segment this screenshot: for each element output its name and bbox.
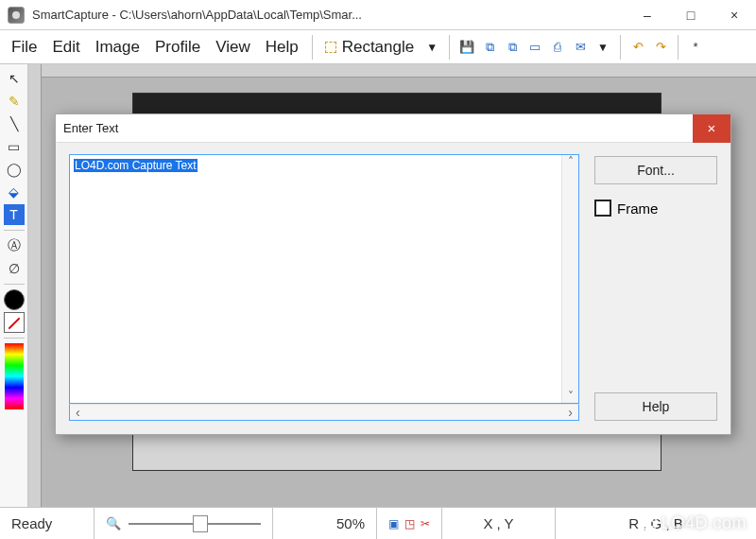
zoom-out-icon[interactable]: 🔍 (106, 516, 121, 530)
tool-palette: ↖ ✎ ╲ ▭ ◯ ⬙ T Ⓐ ∅ (0, 64, 28, 507)
menu-edit[interactable]: Edit (44, 34, 87, 61)
ruler-top (28, 64, 756, 78)
scroll-down-icon[interactable]: ˅ (568, 390, 574, 403)
scroll-left-icon[interactable]: ‹ (70, 405, 80, 420)
color-picker-strip[interactable] (5, 343, 24, 409)
redo-icon[interactable]: ↷ (651, 38, 670, 57)
tool-bucket-icon[interactable]: ⬙ (4, 182, 25, 202)
tool-rect-icon[interactable]: ▭ (4, 136, 25, 157)
zoom-thumb[interactable] (193, 515, 208, 532)
zoom-slider[interactable]: 🔍 (106, 516, 261, 530)
capture-mode-dropdown[interactable]: ▼ (421, 41, 443, 54)
scroll-right-icon[interactable]: › (568, 405, 578, 420)
menu-profile[interactable]: Profile (147, 34, 208, 61)
horizontal-scrollbar[interactable]: ‹ › (69, 404, 579, 421)
capture-mode-button[interactable]: Rectangle (318, 35, 421, 60)
foreground-color-swatch[interactable] (4, 289, 25, 310)
help-button[interactable]: Help (594, 392, 717, 421)
undo-icon[interactable]: ↶ (628, 38, 647, 57)
dialog-close-button[interactable]: × (693, 114, 730, 143)
scroll-up-icon[interactable]: ˄ (568, 155, 574, 168)
tool-linewidth-icon[interactable]: Ⓐ (4, 235, 25, 256)
text-input-area[interactable]: LO4D.com Capture Text ˄ ˅ (69, 154, 579, 404)
copy-icon[interactable]: ⧉ (480, 38, 499, 57)
save-icon[interactable]: 💾 (457, 38, 476, 57)
tool-line-icon[interactable]: ╲ (4, 113, 25, 134)
no-fill-swatch[interactable] (4, 312, 25, 333)
tool-select-arrow-icon[interactable]: ↖ (4, 68, 25, 89)
rectangle-icon (325, 42, 336, 53)
send-dropdown[interactable]: ▼ (592, 41, 614, 54)
menubar: File Edit Image Profile View Help Rectan… (0, 30, 756, 64)
frame-checkbox-row[interactable]: Frame (594, 200, 717, 217)
mail-icon[interactable]: ✉ (571, 38, 590, 57)
zoom-percent: 50% (273, 508, 377, 539)
menu-view[interactable]: View (208, 34, 258, 61)
status-coords: X , Y (442, 508, 556, 539)
star-icon[interactable]: * (686, 38, 705, 57)
crop-icon[interactable]: ◳ (404, 517, 415, 530)
minimize-button[interactable]: – (626, 0, 669, 30)
dialog-title: Enter Text (63, 121, 118, 135)
cut-icon[interactable]: ✂ (421, 517, 430, 530)
window-title: SmartCapture - C:\Users\ahorn\AppData\Lo… (32, 8, 362, 22)
maximize-button[interactable]: □ (669, 0, 713, 30)
frame-checkbox-label: Frame (617, 200, 658, 217)
zoom-track[interactable] (129, 523, 261, 525)
text-input-value: LO4D.com Capture Text (74, 159, 198, 172)
statusbar: Ready 🔍 50% ▣ ◳ ✂ X , Y R , G , B (0, 507, 756, 539)
tool-pencil-icon[interactable]: ✎ (4, 91, 25, 112)
copy2-icon[interactable]: ⧉ (503, 38, 522, 57)
frame-checkbox[interactable] (594, 200, 611, 217)
tool-text-icon[interactable]: T (4, 204, 25, 225)
menu-image[interactable]: Image (88, 34, 147, 61)
close-button[interactable]: × (713, 0, 756, 30)
font-button[interactable]: Font... (594, 156, 717, 184)
window-icon[interactable]: ▭ (525, 38, 544, 57)
enter-text-dialog: Enter Text × LO4D.com Capture Text ˄ ˅ ‹… (55, 113, 731, 435)
vertical-scrollbar[interactable]: ˄ ˅ (561, 155, 578, 403)
app-icon (8, 7, 25, 24)
tool-ellipse-icon[interactable]: ◯ (4, 159, 25, 180)
ruler-left (28, 64, 42, 507)
fullscreen-icon[interactable]: ▣ (388, 517, 399, 530)
window-titlebar: SmartCapture - C:\Users\ahorn\AppData\Lo… (0, 0, 756, 30)
status-rgb: R , G , B (556, 508, 756, 539)
capture-mode-label: Rectangle (342, 38, 415, 57)
menu-file[interactable]: File (4, 34, 44, 61)
print-icon[interactable]: ⎙ (548, 38, 567, 57)
tool-style-icon[interactable]: ∅ (4, 258, 25, 279)
status-ready: Ready (0, 508, 94, 539)
menu-help[interactable]: Help (258, 34, 306, 61)
dialog-titlebar[interactable]: Enter Text × (56, 114, 730, 143)
